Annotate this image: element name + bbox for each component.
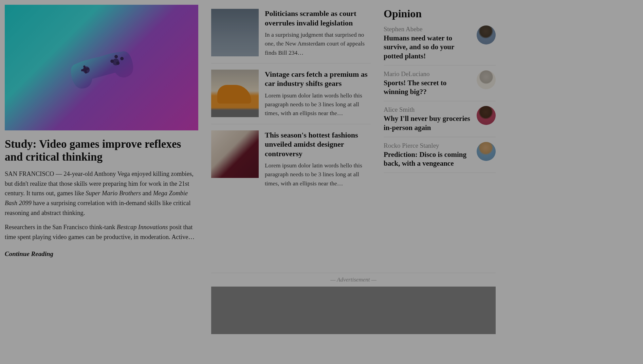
- secondary-excerpt: Lorem ipsum dolor latin words hello this…: [265, 161, 371, 188]
- main-story-body: SAN FRANCISCO — 24-year-old Anthony Vega…: [5, 169, 198, 242]
- body-emphasis: Super Mario Brothers: [86, 190, 141, 197]
- secondary-story[interactable]: Politicians scramble as court overrules …: [211, 9, 371, 63]
- story-thumbnail: [211, 130, 259, 178]
- opinion-author: Alice Smith: [384, 106, 471, 113]
- body-emphasis: Bestcap Innovations: [117, 224, 168, 231]
- game-controller-icon: [62, 36, 140, 99]
- main-story[interactable]: Study: Video games improve reflexes and …: [5, 5, 198, 258]
- secondary-headline[interactable]: Politicians scramble as court overrules …: [265, 9, 371, 28]
- secondary-story[interactable]: Vintage cars fetch a premium as car indu…: [211, 70, 371, 124]
- story-thumbnail: [211, 70, 259, 117]
- secondary-headline[interactable]: Vintage cars fetch a premium as car indu…: [265, 70, 371, 88]
- opinion-author: Rocko Pierce Stanley: [384, 142, 471, 149]
- advertisement-label: — Advertisement —: [211, 276, 496, 283]
- main-story-image: [5, 5, 198, 130]
- advertisement: — Advertisement —: [211, 273, 496, 334]
- opinion-title: Opinion: [384, 7, 496, 20]
- main-headline[interactable]: Study: Video games improve reflexes and …: [5, 138, 198, 164]
- secondary-excerpt: Lorem ipsum dolor latin words hello this…: [265, 91, 371, 118]
- continue-reading-link[interactable]: Continue Reading: [5, 250, 53, 258]
- avatar: [477, 70, 496, 89]
- avatar: [477, 142, 496, 161]
- news-grid: Study: Video games improve reflexes and …: [5, 5, 638, 334]
- secondary-excerpt: In a surprising judgment that surprised …: [265, 30, 371, 57]
- secondary-headline[interactable]: This season's hottest fashions unveiled …: [265, 130, 371, 159]
- opinion-headline[interactable]: Humans need water to survive, and so do …: [384, 34, 471, 60]
- body-text: Researchers in the San Francisco think-t…: [5, 224, 117, 231]
- opinion-headline[interactable]: Why I'll never buy groceries in-person a…: [384, 114, 471, 132]
- body-text: and: [141, 190, 153, 197]
- avatar: [477, 106, 496, 125]
- opinion-section: Opinion Stephen Abebe Humans need water …: [384, 5, 496, 258]
- secondary-story[interactable]: This season's hottest fashions unveiled …: [211, 130, 371, 194]
- opinion-item[interactable]: Rocko Pierce Stanley Prediction: Disco i…: [384, 137, 496, 173]
- avatar: [477, 25, 496, 44]
- opinion-item[interactable]: Alice Smith Why I'll never buy groceries…: [384, 101, 496, 137]
- story-thumbnail: [211, 9, 259, 56]
- opinion-headline[interactable]: Prediction: Disco is coming back, with a…: [384, 150, 471, 168]
- opinion-author: Mario DeLuciano: [384, 70, 471, 78]
- opinion-headline[interactable]: Sports! The secret to winning big??: [384, 78, 471, 96]
- body-text: have a surprising correlation with in-de…: [5, 200, 191, 216]
- opinion-author: Stephen Abebe: [384, 25, 471, 33]
- secondary-stories: Politicians scramble as court overrules …: [211, 5, 371, 258]
- advertisement-placeholder[interactable]: [211, 287, 496, 334]
- opinion-item[interactable]: Stephen Abebe Humans need water to survi…: [384, 25, 496, 66]
- opinion-item[interactable]: Mario DeLuciano Sports! The secret to wi…: [384, 66, 496, 102]
